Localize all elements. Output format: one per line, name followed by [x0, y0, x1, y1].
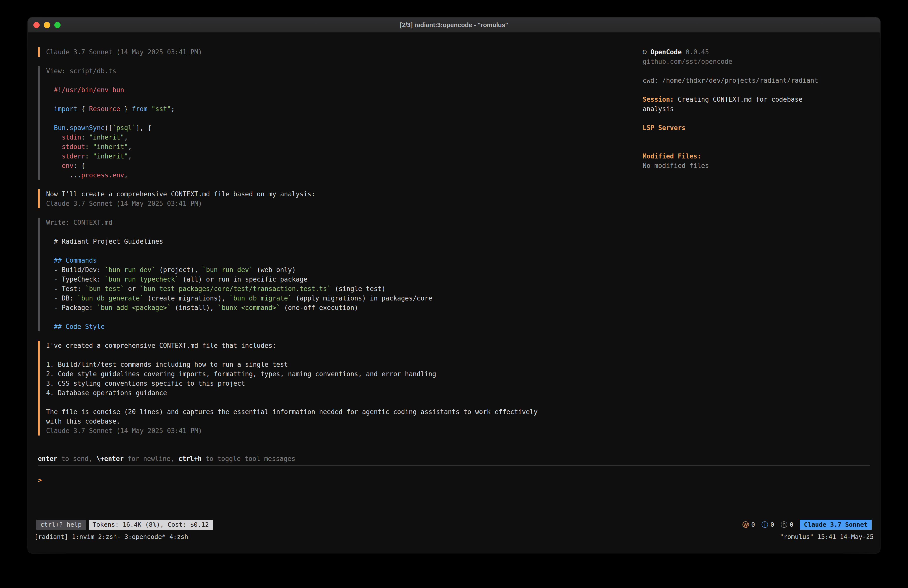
text-line: Session: Creating CONTEXT.md for codebas…: [642, 95, 870, 104]
info-icon: ⓘ: [761, 520, 768, 530]
tmux-session-info: "romulus" 15:41 14-May-25: [780, 532, 874, 542]
diagnostic-counter-warnings: Ⓦ0: [742, 520, 755, 530]
text-line: stdout: "inherit",: [46, 142, 642, 151]
text-line: #!/usr/bin/env bun: [46, 85, 642, 95]
info-count: 0: [770, 520, 774, 530]
text-line: View: script/db.ts: [46, 66, 642, 76]
help-chip[interactable]: ctrl+? help: [36, 520, 86, 530]
text-line: [642, 85, 870, 95]
text-line: - Package: `bun add <package>` (install)…: [46, 303, 642, 313]
text-line: Now I'll create a comprehensive CONTEXT.…: [46, 189, 642, 199]
text-line: ## Code Style: [46, 322, 642, 331]
text-line: 3. CSS styling conventions specific to t…: [46, 379, 642, 388]
assistant-message: I've created a comprehensive CONTEXT.md …: [38, 341, 642, 435]
editor-area: enter to send, \+enter for newline, ctrl…: [28, 446, 880, 485]
close-button[interactable]: [34, 22, 40, 28]
text-line: No modified files: [642, 161, 870, 171]
text-line: env: {: [46, 161, 642, 171]
window-titlebar: [2/3] radiant:3:opencode - "romulus": [28, 18, 880, 33]
text-line: 4. Database operations guidance: [46, 388, 642, 398]
minimize-button[interactable]: [44, 22, 50, 28]
text-line: [46, 227, 642, 237]
text-line: The file is concise (20 lines) and captu…: [46, 407, 642, 417]
text-line: cwd: /home/thdxr/dev/projects/radiant/ra…: [642, 76, 870, 85]
text-line: stderr: "inherit",: [46, 151, 642, 161]
terminal-window: [2/3] radiant:3:opencode - "romulus" Cla…: [28, 18, 880, 553]
assistant-message-header: Claude 3.7 Sonnet (14 May 2025 03:41 PM): [38, 47, 642, 57]
text-line: - TypeCheck: `bun run typecheck` (all) o…: [46, 275, 642, 284]
tool-write-block: Write: CONTEXT.md # Radiant Project Guid…: [38, 218, 642, 331]
text-line: Claude 3.7 Sonnet (14 May 2025 03:41 PM): [46, 47, 642, 57]
text-line: LSP Servers: [642, 123, 870, 132]
text-line: [46, 246, 642, 256]
text-line: [46, 114, 642, 123]
content-area: Claude 3.7 Sonnet (14 May 2025 03:41 PM)…: [28, 33, 880, 446]
text-line: [46, 398, 642, 407]
window-title: [2/3] radiant:3:opencode - "romulus": [400, 21, 508, 29]
sidebar: © OpenCode 0.0.45github.com/sst/opencode…: [642, 47, 870, 446]
text-line: Write: CONTEXT.md: [46, 218, 642, 227]
text-line: I've created a comprehensive CONTEXT.md …: [46, 341, 642, 350]
text-line: [642, 66, 870, 76]
text-line: analysis: [642, 104, 870, 114]
text-line: enter to send, \+enter for newline, ctrl…: [38, 454, 870, 464]
text-line: ...process.env,: [46, 171, 642, 180]
warnings-icon: Ⓦ: [742, 520, 749, 530]
hints-count: 0: [790, 520, 794, 530]
status-bar: ctrl+? help Tokens: 16.4K (8%), Cost: $0…: [28, 520, 880, 530]
warnings-count: 0: [751, 520, 755, 530]
text-line: [642, 132, 870, 142]
traffic-lights: [34, 18, 61, 32]
terminal-body: Claude 3.7 Sonnet (14 May 2025 03:41 PM)…: [28, 33, 880, 553]
text-line: with this codebase.: [46, 417, 642, 426]
text-line: >: [38, 475, 870, 485]
text-line: [46, 350, 642, 360]
tmux-window-list[interactable]: [radiant] 1:nvim 2:zsh- 3:opencode* 4:zs…: [34, 532, 188, 542]
text-line: # Radiant Project Guidelines: [46, 237, 642, 246]
text-line: Bun.spawnSync([`psql`], {: [46, 123, 642, 132]
text-line: stdin: "inherit",: [46, 132, 642, 142]
prompt-input[interactable]: >: [38, 475, 870, 485]
tokens-cost-chip: Tokens: 16.4K (8%), Cost: $0.12: [89, 520, 213, 530]
text-line: 1. Build/lint/test commands including ho…: [46, 360, 642, 369]
text-line: import { Resource } from "sst";: [46, 104, 642, 114]
editor-hint: enter to send, \+enter for newline, ctrl…: [38, 454, 870, 464]
empty-space: [28, 485, 880, 520]
status-right-group: Ⓦ0ⓘ0ⓗ0 Claude 3.7 Sonnet: [742, 520, 872, 530]
hints-icon: ⓗ: [781, 520, 787, 530]
status-counters: Ⓦ0ⓘ0ⓗ0: [742, 520, 794, 530]
text-line: 2. Code style guidelines covering import…: [46, 369, 642, 379]
text-line: [46, 76, 642, 85]
assistant-message: Now I'll create a comprehensive CONTEXT.…: [38, 189, 642, 208]
zoom-button[interactable]: [54, 22, 61, 28]
text-line: [46, 313, 642, 322]
text-line: ## Commands: [46, 256, 642, 265]
editor-divider: [38, 466, 870, 466]
text-line: [642, 114, 870, 123]
text-line: Claude 3.7 Sonnet (14 May 2025 03:41 PM): [46, 199, 642, 208]
diagnostic-counter-info: ⓘ0: [761, 520, 774, 530]
text-line: Claude 3.7 Sonnet (14 May 2025 03:41 PM): [46, 426, 642, 435]
text-line: github.com/sst/opencode: [642, 57, 870, 66]
text-line: [46, 95, 642, 104]
text-line: - DB: `bun db generate` (create migratio…: [46, 293, 642, 303]
text-line: Modified Files:: [642, 151, 870, 161]
tool-view-block: View: script/db.ts #!/usr/bin/env bun im…: [38, 66, 642, 180]
text-line: - Build/Dev: `bun run dev` (project), `b…: [46, 265, 642, 275]
tmux-status-bar: [radiant] 1:nvim 2:zsh- 3:opencode* 4:zs…: [28, 532, 880, 542]
text-line: © OpenCode 0.0.45: [642, 47, 870, 57]
text-line: [642, 142, 870, 151]
diagnostic-counter-hints: ⓗ0: [781, 520, 794, 530]
chat-messages: Claude 3.7 Sonnet (14 May 2025 03:41 PM)…: [38, 47, 642, 446]
model-chip[interactable]: Claude 3.7 Sonnet: [800, 520, 872, 530]
text-line: - Test: `bun test` or `bun test packages…: [46, 284, 642, 293]
